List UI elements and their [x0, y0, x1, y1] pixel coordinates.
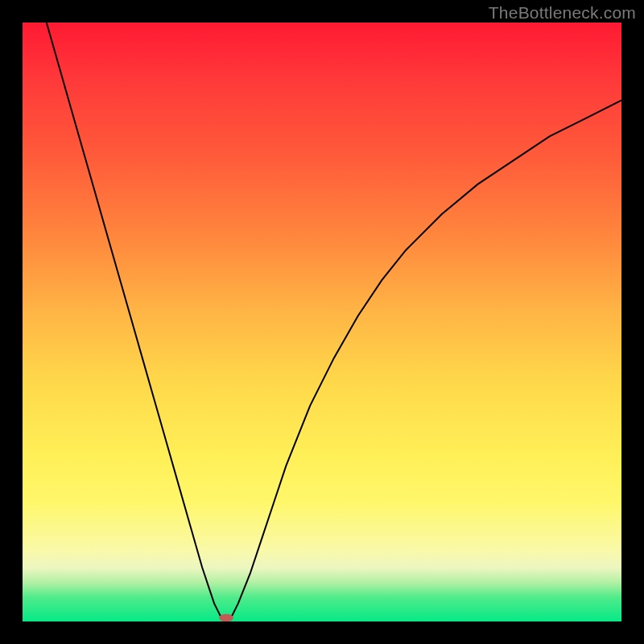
bottleneck-curve — [47, 23, 621, 619]
minimum-marker — [219, 614, 233, 621]
plot-area — [23, 23, 621, 621]
chart-frame: TheBottleneck.com — [0, 0, 644, 644]
curve-svg — [23, 23, 621, 621]
watermark-text: TheBottleneck.com — [489, 3, 636, 23]
